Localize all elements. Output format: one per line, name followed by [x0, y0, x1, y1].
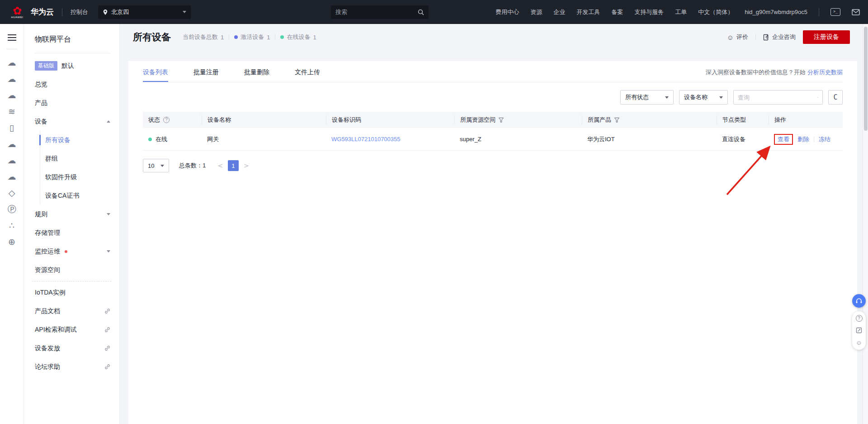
sidebar-item-groups[interactable]: 群组 — [40, 149, 119, 168]
refresh-button[interactable]: C — [828, 90, 843, 105]
filter-bar: 所有状态 设备名称 C — [143, 90, 843, 105]
brand-title[interactable]: 华为云 — [31, 7, 54, 17]
cloud-shell-icon[interactable]: >_ — [830, 8, 840, 16]
sidebar-item-storage[interactable]: 存储管理 — [24, 224, 119, 242]
external-link-icon — [104, 345, 110, 351]
search-icon[interactable] — [817, 94, 818, 101]
analyze-history-link[interactable]: 分析历史数据 — [807, 69, 843, 76]
register-device-button[interactable]: 注册设备 — [803, 30, 850, 44]
table-header-row: 状态 ? 设备名称 设备标识码 所属资源空间 所属产品 节点类型 操作 — [143, 112, 843, 128]
sidebar-dashed-divider — [32, 281, 111, 281]
menu-billing[interactable]: 费用中心 — [495, 8, 519, 16]
help-panel: ? ☺ — [852, 311, 866, 350]
sidebar-item-firmware-upgrade[interactable]: 软固件升级 — [40, 168, 119, 186]
help-icon[interactable]: ? — [163, 117, 170, 123]
vertical-scrollbar[interactable] — [863, 24, 868, 424]
cloud-icon[interactable]: ☁ — [8, 136, 16, 152]
tab-file-upload[interactable]: 文件上传 — [295, 68, 320, 82]
mobile-device-icon[interactable]: ▯ — [9, 120, 14, 136]
enterprise-consult-button[interactable]: 企业咨询 — [763, 33, 796, 41]
insight-text: 深入洞察设备数据中的价值信息？开始 — [706, 69, 806, 76]
huawei-logo[interactable]: ✿ HUAWEI — [8, 6, 26, 19]
sidebar-item-device-provisioning[interactable]: 设备发放 — [24, 339, 119, 357]
feedback-button[interactable]: ☺ 评价 — [727, 33, 748, 41]
scrollbar-thumb[interactable] — [864, 27, 868, 131]
cloud-sync-icon[interactable]: ☁ — [8, 169, 16, 185]
topbar-divider — [62, 8, 62, 16]
cell-device-name: 网关 — [207, 135, 219, 143]
total-value: 1 — [203, 162, 206, 169]
query-search-box[interactable] — [733, 90, 823, 105]
tab-batch-register[interactable]: 批量注册 — [193, 68, 219, 82]
hamburger-menu-icon[interactable] — [8, 33, 16, 43]
search-icon[interactable] — [418, 9, 424, 15]
device-id-link[interactable]: WG593LL0721010700355 — [331, 136, 401, 143]
sidebar-item-rules[interactable]: 规则 — [24, 205, 119, 224]
huawei-logo-text: HUAWEI — [11, 16, 24, 19]
cloud-server-icon[interactable]: ☁ — [8, 55, 16, 71]
cloud-data-icon[interactable]: ☁ — [8, 87, 16, 104]
freeze-action-link[interactable]: 冻结 — [819, 135, 830, 143]
view-action-link[interactable]: 查看 — [778, 135, 789, 143]
sidebar-item-devices[interactable]: 设备 — [24, 112, 119, 131]
console-link[interactable]: 控制台 — [71, 8, 88, 16]
menu-resources[interactable]: 资源 — [530, 8, 542, 16]
search-field-dropdown[interactable]: 设备名称 — [679, 90, 728, 105]
account-id[interactable]: hid_g90m7wbmdrp9oc5 — [745, 9, 807, 15]
sidebar-item-product-docs[interactable]: 产品文档 — [24, 302, 119, 320]
next-page-button[interactable]: > — [244, 162, 249, 169]
table-row: 在线 网关 WG593LL0721010700355 super_Z 华为云IO… — [143, 128, 843, 151]
online-dot-icon — [280, 35, 284, 39]
action-divider — [814, 137, 814, 142]
stat-activated-value: 1 — [267, 34, 270, 41]
customer-service-button[interactable] — [852, 294, 866, 308]
collapse-arrow-icon — [107, 120, 110, 123]
page-size-dropdown[interactable]: 10 — [143, 159, 169, 172]
region-selector[interactable]: 北京四 — [98, 5, 191, 19]
sidebar-item-products[interactable]: 产品 — [24, 94, 119, 112]
global-search-input[interactable] — [335, 9, 418, 15]
sidebar-item-device-ca[interactable]: 设备CA证书 — [40, 186, 119, 205]
sidebar-item-forum-help[interactable]: 论坛求助 — [24, 357, 119, 376]
filter-funnel-icon[interactable] — [499, 118, 504, 123]
prism-icon[interactable]: ◇ — [9, 185, 15, 201]
menu-devtools[interactable]: 开发工具 — [576, 8, 600, 16]
sidebar-item-all-devices[interactable]: 所有设备 — [40, 131, 119, 149]
globe-icon[interactable]: ⊕ — [8, 234, 15, 250]
current-page-button[interactable]: 1 — [228, 160, 239, 171]
message-icon[interactable] — [852, 9, 860, 15]
topbar-menu: 费用中心 资源 企业 开发工具 备案 支持与服务 工单 中文（简体） hid_g… — [495, 8, 860, 16]
menu-icp[interactable]: 备案 — [611, 8, 623, 16]
stat-online-value: 1 — [313, 34, 316, 41]
cloud-api-icon[interactable]: ☁ — [8, 71, 16, 87]
consult-doc-icon — [763, 34, 769, 41]
satisfaction-button[interactable]: ☺ — [856, 339, 862, 346]
ip-address-icon[interactable]: Ⓟ — [8, 201, 16, 218]
sidebar-item-iotda-instance[interactable]: IoTDA实例 — [24, 283, 119, 302]
menu-support[interactable]: 支持与服务 — [634, 8, 664, 16]
menu-ticket[interactable]: 工单 — [675, 8, 687, 16]
sidebar-item-overview[interactable]: 总览 — [24, 75, 119, 94]
col-node-type: 节点类型 — [722, 116, 746, 124]
delete-action-link[interactable]: 删除 — [797, 135, 809, 143]
prev-page-button[interactable]: < — [217, 162, 223, 169]
tab-device-list[interactable]: 设备列表 — [143, 68, 168, 82]
device-table: 状态 ? 设备名称 设备标识码 所属资源空间 所属产品 节点类型 操作 在线 — [143, 112, 843, 151]
service-icon-rail: ☁ ☁ ☁ ≋ ▯ ☁ ☁ ☁ ◇ Ⓟ ∴ ⊕ — [0, 24, 24, 424]
sidebar-item-api-explorer[interactable]: API检索和调试 — [24, 320, 119, 339]
top-navigation-bar: ✿ HUAWEI 华为云 控制台 北京四 费用中心 资源 企业 开发工具 备案 … — [0, 0, 868, 24]
tab-batch-delete[interactable]: 批量删除 — [244, 68, 269, 82]
cloud-upload-icon[interactable]: ☁ — [8, 152, 16, 169]
node-cluster-icon[interactable]: ∴ — [9, 218, 14, 234]
feedback-doc-button[interactable] — [856, 327, 862, 333]
sidebar-item-resource-space[interactable]: 资源空间 — [24, 261, 119, 279]
query-input[interactable] — [738, 94, 817, 101]
sidebar-item-monitoring[interactable]: 监控运维 — [24, 242, 119, 261]
signal-wave-icon[interactable]: ≋ — [8, 104, 15, 120]
help-button[interactable]: ? — [856, 315, 863, 322]
status-filter-dropdown[interactable]: 所有状态 — [620, 90, 674, 105]
filter-funnel-icon[interactable] — [614, 118, 619, 123]
global-search-box[interactable] — [331, 5, 429, 19]
menu-enterprise[interactable]: 企业 — [553, 8, 565, 16]
menu-language[interactable]: 中文（简体） — [698, 8, 733, 16]
